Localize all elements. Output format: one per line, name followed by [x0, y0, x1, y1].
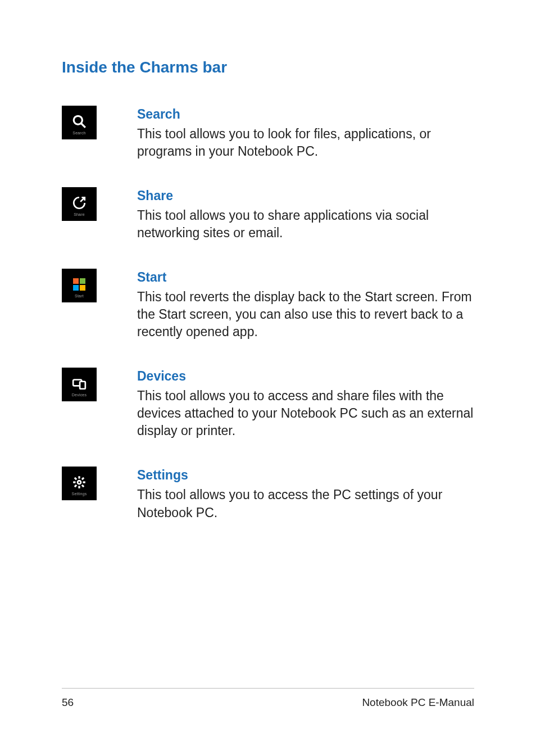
search-icon — [71, 114, 87, 129]
svg-line-11 — [75, 485, 76, 487]
charm-row-share: Share Share This tool allows you to shar… — [62, 187, 474, 242]
svg-line-10 — [82, 485, 84, 487]
svg-point-0 — [74, 116, 82, 124]
charm-title: Share — [137, 188, 474, 203]
charm-desc: This tool allows you to share applicatio… — [137, 207, 474, 242]
charm-tile-label: Devices — [72, 393, 87, 397]
devices-icon — [71, 375, 87, 391]
charm-desc: This tool allows you to access the PC se… — [137, 486, 474, 521]
charm-text-block: Devices This tool allows you to access a… — [137, 368, 474, 440]
charm-text-block: Search This tool allows you to look for … — [137, 106, 474, 160]
charm-title: Start — [137, 270, 474, 285]
section-heading: Inside the Charms bar — [62, 58, 474, 76]
charm-text-block: Settings This tool allows you to access … — [137, 467, 474, 521]
charm-desc: This tool allows you to access and share… — [137, 387, 474, 440]
charm-row-settings: Settings Settings This tool allows you t… — [62, 467, 474, 521]
settings-icon — [71, 474, 87, 490]
charm-desc: This tool allows you to look for files, … — [137, 125, 474, 160]
charm-row-start: Start Start This tool reverts the displa… — [62, 269, 474, 341]
charm-desc: This tool reverts the display back to th… — [137, 288, 474, 341]
manual-title: Notebook PC E-Manual — [362, 696, 474, 709]
charm-tile-label: Start — [75, 294, 84, 298]
charm-tile-label: Search — [72, 131, 85, 135]
page-footer: 56 Notebook PC E-Manual — [62, 688, 474, 709]
start-icon — [71, 277, 87, 292]
charm-tile-label: Settings — [72, 492, 87, 496]
charm-text-block: Share This tool allows you to share appl… — [137, 187, 474, 242]
charm-title: Search — [137, 107, 474, 122]
charm-tile-share: Share — [62, 187, 97, 221]
page-content: Inside the Charms bar Search Search This… — [0, 0, 536, 522]
charm-tile-settings: Settings — [62, 467, 97, 500]
charm-tile-devices: Devices — [62, 368, 97, 401]
charm-tile-label: Share — [74, 212, 85, 216]
charm-title: Settings — [137, 468, 474, 483]
svg-line-1 — [81, 123, 85, 128]
svg-line-9 — [75, 478, 76, 479]
charm-row-devices: Devices Devices This tool allows you to … — [62, 368, 474, 440]
share-icon — [71, 195, 87, 211]
page-number: 56 — [62, 696, 74, 709]
charm-text-block: Start This tool reverts the display back… — [137, 269, 474, 341]
charm-title: Devices — [137, 369, 474, 384]
svg-line-12 — [82, 478, 84, 479]
charm-row-search: Search Search This tool allows you to lo… — [62, 106, 474, 160]
charm-tile-start: Start — [62, 269, 97, 302]
charm-tile-search: Search — [62, 106, 97, 139]
svg-rect-4 — [80, 382, 85, 389]
